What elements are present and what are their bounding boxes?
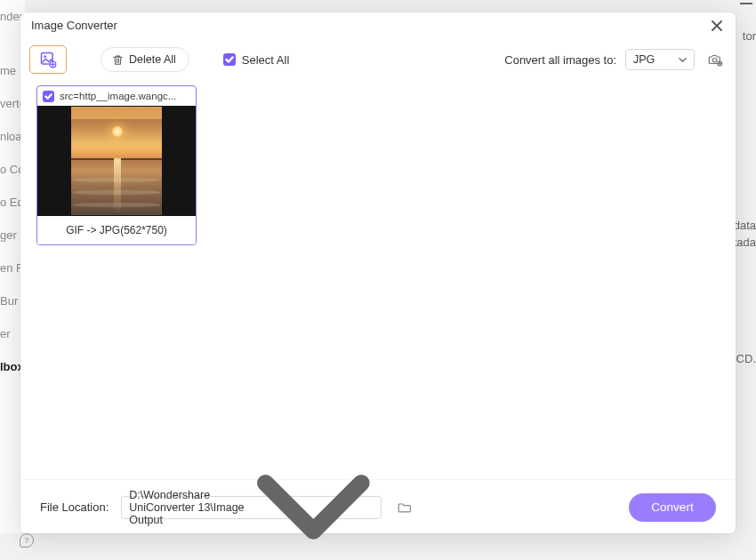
add-image-icon	[39, 51, 57, 68]
image-converter-modal: Image Converter Delete All	[20, 12, 736, 533]
close-button[interactable]	[709, 18, 725, 34]
add-image-button[interactable]	[29, 45, 67, 74]
toolbar: Delete All Select All Convert all images…	[20, 39, 736, 80]
thumbnail-filename: src=http__image.wangc...	[60, 91, 176, 101]
folder-icon	[398, 500, 412, 515]
convert-button[interactable]: Convert	[629, 493, 716, 522]
thumbnail-preview	[37, 106, 196, 216]
checkbox-checked-icon	[223, 53, 236, 66]
format-dropdown[interactable]: JPG	[625, 49, 695, 70]
convert-to-group: Convert all images to: JPG	[504, 48, 727, 71]
modal-header: Image Converter	[20, 12, 736, 39]
browse-folder-button[interactable]	[394, 497, 415, 518]
camera-settings-icon	[707, 52, 723, 68]
chevron-down-icon	[679, 56, 687, 64]
file-location-value: D:\Wondershare UniConverter 13\Image Out…	[129, 489, 245, 526]
svg-point-1	[44, 55, 46, 58]
convert-to-label: Convert all images to:	[504, 53, 616, 67]
modal-title: Image Converter	[31, 19, 709, 32]
minimize-icon[interactable]	[740, 3, 752, 4]
thumbnail-checkbox[interactable]	[43, 91, 54, 102]
delete-all-button[interactable]: Delete All	[101, 47, 189, 72]
footer: File Location: D:\Wondershare UniConvert…	[20, 480, 736, 533]
chevron-down-icon	[253, 447, 374, 560]
settings-button[interactable]	[704, 48, 727, 71]
format-value: JPG	[633, 53, 655, 66]
close-icon	[712, 20, 722, 31]
file-location-label: File Location:	[40, 500, 109, 514]
select-all-checkbox[interactable]: Select All	[223, 53, 289, 67]
thumbnail-area: src=http__image.wangc... GIF -> JPG(562*…	[20, 80, 736, 480]
delete-all-label: Delete All	[129, 53, 176, 66]
background-right-fragments: tor data etada CD.	[736, 0, 756, 533]
help-bubble-icon[interactable]: ?	[20, 533, 34, 548]
svg-point-3	[712, 59, 717, 63]
trash-icon	[112, 54, 124, 66]
select-all-label: Select All	[242, 53, 289, 67]
file-location-dropdown[interactable]: D:\Wondershare UniConverter 13\Image Out…	[121, 496, 381, 519]
image-thumbnail[interactable]: src=http__image.wangc... GIF -> JPG(562*…	[36, 85, 197, 245]
thumbnail-caption: GIF -> JPG(562*750)	[37, 216, 196, 244]
sunset-image	[71, 107, 162, 215]
